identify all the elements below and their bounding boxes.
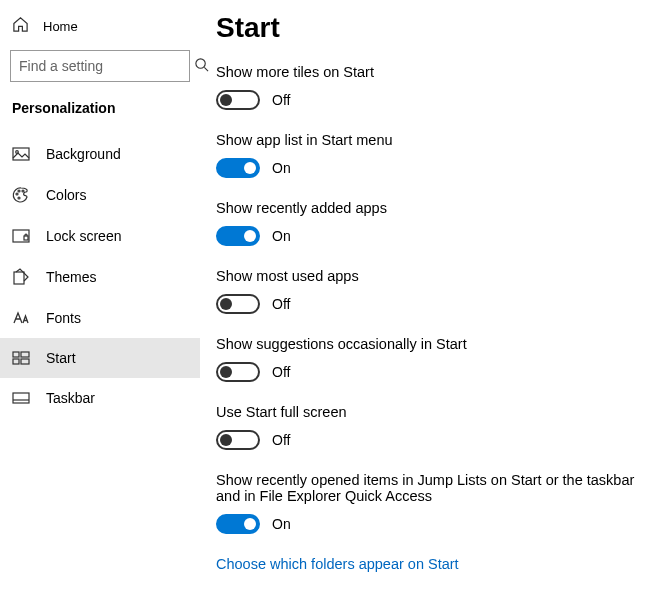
- palette-icon: [12, 186, 30, 204]
- setting-label: Show most used apps: [216, 268, 640, 284]
- setting-label: Show recently opened items in Jump Lists…: [216, 472, 640, 504]
- sidebar-item-label: Background: [46, 146, 121, 162]
- toggle-switch[interactable]: [216, 294, 260, 314]
- sidebar-item-start[interactable]: Start: [0, 338, 200, 378]
- setting-label: Show suggestions occasionally in Start: [216, 336, 640, 352]
- section-title: Personalization: [0, 92, 200, 134]
- picture-icon: [12, 146, 30, 162]
- svg-point-6: [22, 190, 24, 192]
- setting-item: Show more tiles on StartOff: [216, 64, 640, 110]
- toggle-state-label: On: [272, 160, 291, 176]
- main-content: Start Show more tiles on StartOffShow ap…: [200, 0, 650, 606]
- sidebar-item-label: Lock screen: [46, 228, 121, 244]
- sidebar-item-label: Colors: [46, 187, 86, 203]
- setting-item: Use Start full screenOff: [216, 404, 640, 450]
- toggle-state-label: Off: [272, 432, 290, 448]
- toggle-switch[interactable]: [216, 430, 260, 450]
- settings-window: Home Personalization Background: [0, 0, 650, 606]
- taskbar-icon: [12, 391, 30, 405]
- sidebar-item-colors[interactable]: Colors: [0, 174, 200, 216]
- toggle-row: Off: [216, 90, 640, 110]
- toggle-knob: [220, 298, 232, 310]
- toggle-knob: [220, 366, 232, 378]
- toggle-knob: [244, 162, 256, 174]
- svg-point-7: [18, 197, 20, 199]
- svg-point-5: [18, 190, 20, 192]
- lock-screen-icon: [12, 228, 30, 244]
- sidebar-item-taskbar[interactable]: Taskbar: [0, 378, 200, 418]
- setting-label: Show recently added apps: [216, 200, 640, 216]
- home-icon: [12, 16, 29, 36]
- svg-rect-14: [21, 359, 29, 364]
- setting-item: Show recently opened items in Jump Lists…: [216, 472, 640, 534]
- start-icon: [12, 350, 30, 366]
- svg-rect-11: [13, 352, 19, 357]
- fonts-icon: [12, 310, 30, 326]
- setting-label: Show app list in Start menu: [216, 132, 640, 148]
- setting-item: Show recently added appsOn: [216, 200, 640, 246]
- toggle-knob: [244, 230, 256, 242]
- toggle-knob: [244, 518, 256, 530]
- toggle-switch[interactable]: [216, 226, 260, 246]
- toggle-knob: [220, 94, 232, 106]
- toggle-knob: [220, 434, 232, 446]
- toggle-row: On: [216, 158, 640, 178]
- toggle-row: On: [216, 226, 640, 246]
- sidebar-item-fonts[interactable]: Fonts: [0, 298, 200, 338]
- sidebar-item-themes[interactable]: Themes: [0, 256, 200, 298]
- toggle-state-label: On: [272, 228, 291, 244]
- home-button[interactable]: Home: [0, 8, 200, 44]
- setting-item: Show suggestions occasionally in StartOf…: [216, 336, 640, 382]
- sidebar-item-lockscreen[interactable]: Lock screen: [0, 216, 200, 256]
- svg-rect-9: [24, 236, 28, 240]
- toggle-switch[interactable]: [216, 158, 260, 178]
- sidebar-item-background[interactable]: Background: [0, 134, 200, 174]
- home-label: Home: [43, 19, 78, 34]
- toggle-switch[interactable]: [216, 90, 260, 110]
- svg-rect-13: [13, 359, 19, 364]
- themes-icon: [12, 268, 30, 286]
- search-box[interactable]: [10, 50, 190, 82]
- toggle-switch[interactable]: [216, 362, 260, 382]
- toggle-switch[interactable]: [216, 514, 260, 534]
- toggle-state-label: Off: [272, 364, 290, 380]
- setting-label: Show more tiles on Start: [216, 64, 640, 80]
- setting-item: Show most used appsOff: [216, 268, 640, 314]
- toggle-state-label: On: [272, 516, 291, 532]
- setting-label: Use Start full screen: [216, 404, 640, 420]
- page-title: Start: [216, 12, 640, 44]
- sidebar-item-label: Themes: [46, 269, 97, 285]
- search-input[interactable]: [19, 58, 194, 74]
- toggle-row: Off: [216, 294, 640, 314]
- toggle-row: On: [216, 514, 640, 534]
- svg-rect-15: [13, 393, 29, 403]
- sidebar-item-label: Start: [46, 350, 76, 366]
- setting-item: Show app list in Start menuOn: [216, 132, 640, 178]
- svg-rect-12: [21, 352, 29, 357]
- svg-rect-10: [14, 272, 24, 284]
- sidebar: Home Personalization Background: [0, 0, 200, 606]
- toggle-row: Off: [216, 430, 640, 450]
- toggle-row: Off: [216, 362, 640, 382]
- toggle-state-label: Off: [272, 92, 290, 108]
- svg-point-4: [16, 193, 18, 195]
- choose-folders-link[interactable]: Choose which folders appear on Start: [216, 556, 640, 572]
- sidebar-item-label: Fonts: [46, 310, 81, 326]
- svg-rect-2: [13, 148, 29, 160]
- toggle-state-label: Off: [272, 296, 290, 312]
- sidebar-item-label: Taskbar: [46, 390, 95, 406]
